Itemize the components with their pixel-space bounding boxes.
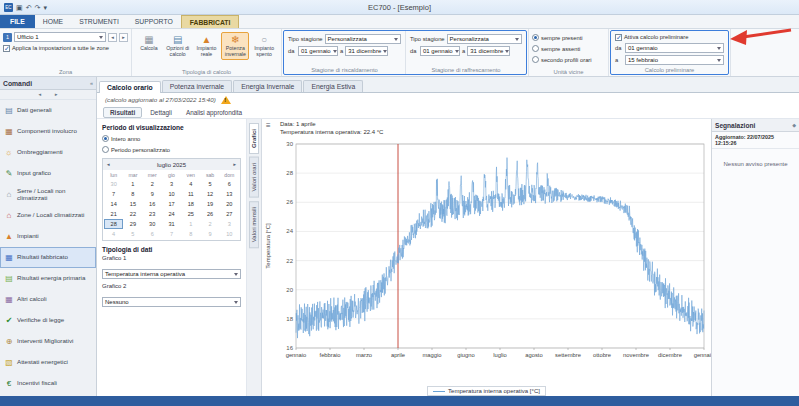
riscaldamento-a-select[interactable]: 31 dicembre [345,46,388,56]
calendar-day[interactable]: 26 [200,209,219,219]
pin-icon[interactable]: ◆ [792,122,796,128]
calendar-day[interactable]: 14 [104,199,123,209]
riscaldamento-tipo-select[interactable]: Personalizzata [325,34,401,44]
calendar-day[interactable]: 3 [162,179,181,189]
side-tab-valori-mensili[interactable]: Valori mensili [249,201,259,248]
ribbon-tab-fabbricati[interactable]: FABBRICATI [181,15,240,28]
tab-potenza-invernale[interactable]: Potenza invernale [162,80,232,92]
tab-calcolo-orario[interactable]: Calcolo orario [99,81,161,93]
redo-icon[interactable]: ↷ [35,3,41,12]
subtab-risultati[interactable]: Risultati [103,107,142,118]
calendar-day[interactable]: 21 [104,209,123,219]
raffrescamento-tipo-select[interactable]: Personalizzata [447,34,522,44]
save-icon[interactable]: ▣ [16,3,23,12]
sidebar-item-risultati-fabbricato[interactable]: ▦Risultati fabbricato [0,247,96,268]
calendar-day[interactable]: 6 [220,179,239,189]
radio-intero-anno[interactable]: Intero anno [102,133,241,144]
sidebar-item-serre-locali-non-climatizzati[interactable]: ⌂Serre / Locali non climatizzati [0,184,96,205]
zone-next-icon[interactable]: ► [119,33,128,42]
radio-sempre-presenti[interactable]: sempre presenti [532,32,605,43]
sidebar-item-interventi-migliorativi[interactable]: ⊕Interventi Migliorativi [0,331,96,352]
calendar-day[interactable]: 24 [162,209,181,219]
chart-menu-icon[interactable]: ≡ [266,121,271,130]
subtab-analisi-approfondita[interactable]: Analisi approfondita [180,108,248,117]
sidebar-item-zone-locali-climatizzati[interactable]: ⌂Zone / Locali climatizzati [0,205,96,226]
sidebar-item-incentivi-fiscali[interactable]: €Incentivi fiscali [0,373,96,394]
calendar-day[interactable]: 30 [143,219,162,229]
calendar-day[interactable]: 4 [104,229,123,239]
calendar-day[interactable]: 25 [181,209,200,219]
impianto-reale-button[interactable]: ▲Impianto reale [193,32,221,60]
calendar-day[interactable]: 12 [200,189,219,199]
calendar-day[interactable]: 8 [181,229,200,239]
raffrescamento-da-select[interactable]: 01 gennaio [420,46,460,56]
calendar-prev-icon[interactable]: ◄ [106,162,110,167]
calendar-day[interactable]: 1 [123,179,142,189]
calendar-day[interactable]: 7 [162,229,181,239]
sidebar-item-verifiche-di-legge[interactable]: ✔Verifiche di legge [0,310,96,331]
grafico2-select[interactable]: Nessuno [102,297,241,307]
side-tab-valori-orari[interactable]: Valori orari [249,157,259,198]
ribbon-tab-strumenti[interactable]: STRUMENTI [71,15,127,28]
tab-energia-invernale[interactable]: Energia Invernale [233,80,302,92]
calendar-day[interactable]: 17 [162,199,181,209]
calendar-day[interactable]: 18 [181,199,200,209]
calendar-day[interactable]: 15 [123,199,142,209]
zone-select[interactable]: Ufficio 1 [14,32,106,42]
calendar-day[interactable]: 11 [181,189,200,199]
calendar-day[interactable]: 19 [200,199,219,209]
calendar-day[interactable]: 9 [200,229,219,239]
preliminare-da-select[interactable]: 01 gennaio [625,43,724,53]
radio-periodo-personalizzato[interactable]: Periodo personalizzato [102,144,241,155]
sidebar-item-input-grafico[interactable]: ✎Input grafico [0,163,96,184]
opzioni-di-calcolo-button[interactable]: ▤Opzioni di calcolo [164,32,192,60]
riscaldamento-da-select[interactable]: 01 gennaio [298,46,338,56]
raffrescamento-a-select[interactable]: 31 dicembre [467,46,510,56]
apply-all-zones-checkbox[interactable]: Applica la impostazioni a tutte le zone [3,45,128,52]
grafico1-select[interactable]: Temperatura interna operativa [102,269,241,279]
calendar-day[interactable]: 1 [181,219,200,229]
calendar-day[interactable]: 29 [123,219,142,229]
calendar-day[interactable]: 2 [200,219,219,229]
calendar-day[interactable]: 16 [143,199,162,209]
tab-energia-estiva[interactable]: Energia Estiva [303,80,363,92]
calendar-day[interactable]: 13 [220,189,239,199]
calendar-day[interactable]: 10 [220,229,239,239]
attiva-calcolo-preliminare-checkbox[interactable]: Attiva calcolo preliminare [615,34,724,41]
radio-secondo-profili-orari[interactable]: secondo profili orari [532,54,605,65]
calendar-day[interactable]: 3 [220,219,239,229]
collapse-icon[interactable]: « [90,80,93,86]
calendar-day[interactable]: 23 [143,209,162,219]
calendar-day[interactable]: 9 [143,189,162,199]
sidebar-item-dati-generali[interactable]: ▤Dati generali [0,100,96,121]
calendar-day[interactable]: 7 [104,189,123,199]
sidebar-item-risultati-energia-primaria[interactable]: ▤Risultati energia primaria [0,268,96,289]
sidebar-item-altri-calcoli[interactable]: ▦Altri calcoli [0,289,96,310]
calendar-day[interactable]: 22 [123,209,142,219]
zone-prev-icon[interactable]: ◄ [108,33,117,42]
calendar-next-icon[interactable]: ► [233,162,237,167]
calcola-button[interactable]: ▦Calcola [135,32,163,54]
sidebar-prev-icon[interactable]: ◄ [38,92,42,97]
potenza-invernale-button[interactable]: ❄Potenza invernale [221,32,249,60]
calendar-day[interactable]: 6 [143,229,162,239]
radio-sempre-assenti[interactable]: sempre assenti [532,43,605,54]
calendar-day[interactable]: 30 [104,179,123,189]
ribbon-tab-home[interactable]: HOME [35,15,71,28]
ribbon-tab-file[interactable]: FILE [0,15,35,28]
sidebar-item-ombreggiamenti[interactable]: ☼Ombreggiamenti [0,142,96,163]
undo-icon[interactable]: ↶ [26,3,32,12]
impianto-spento-button[interactable]: ○Impianto spento [250,32,278,60]
calendar-day[interactable]: 10 [162,189,181,199]
calendar-day[interactable]: 8 [123,189,142,199]
sidebar-item-componenti-involucro[interactable]: ▦Componenti involucro [0,121,96,142]
qat-customize-icon[interactable]: ▾ [43,3,47,12]
calendar-day[interactable]: 27 [220,209,239,219]
sidebar-item-impianti[interactable]: ▲Impianti [0,226,96,247]
calendar-day[interactable]: 28 [104,219,123,229]
calendar-day[interactable]: 5 [123,229,142,239]
ribbon-tab-supporto[interactable]: SUPPORTO [127,15,181,28]
sidebar-next-icon[interactable]: ► [54,92,58,97]
subtab-dettagli[interactable]: Dettagli [144,108,178,117]
calendar-day[interactable]: 20 [220,199,239,209]
